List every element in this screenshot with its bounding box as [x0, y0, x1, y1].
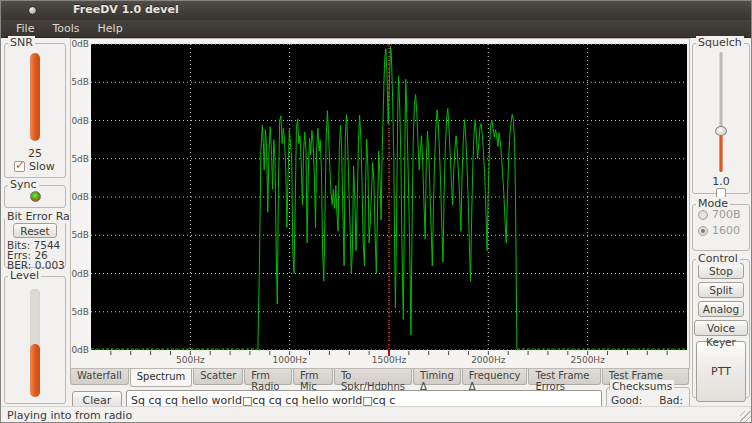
y-axis-label: -35dB	[71, 307, 89, 317]
mode-group: Mode 700B1600	[692, 204, 750, 251]
tab-timing[interactable]: Timing Δ	[413, 369, 461, 385]
radio-icon	[698, 226, 708, 236]
tab-bar: WaterfallSpectrumScatterFrm RadioFrm Mic…	[70, 369, 690, 389]
snr-label: SNR	[8, 36, 35, 49]
snr-gauge	[30, 53, 40, 141]
checkmark-icon: ✓	[15, 158, 25, 172]
mode-label: Mode	[696, 197, 730, 210]
sync-group: Sync	[4, 185, 66, 208]
slow-checkbox-label: Slow	[29, 160, 55, 173]
y-axis-label: -10dB	[71, 116, 89, 126]
x-axis-label: 1500Hz	[372, 355, 407, 365]
y-axis-label: -30dB	[71, 269, 89, 279]
x-axis-label: 2500Hz	[570, 355, 605, 365]
slow-checkbox[interactable]: ✓	[14, 161, 25, 172]
x-axis-label: 1000Hz	[272, 355, 307, 365]
squelch-slider-knob[interactable]	[715, 126, 727, 136]
y-axis-label: -15dB	[71, 154, 89, 164]
tab-frm-radio[interactable]: Frm Radio	[244, 369, 292, 385]
y-axis-label: -40dB	[71, 345, 89, 355]
voice-keyer-button[interactable]: Voice Keyer	[694, 320, 748, 336]
freedv-window: FreeDV 1.0 devel FileToolsHelp SNR 25 ✓ …	[0, 0, 752, 423]
tab-to-spkr-hdphns[interactable]: To Spkr/Hdphns	[334, 369, 412, 385]
ptt-button[interactable]: PTT	[696, 341, 746, 402]
status-bar: Playing into from radio	[1, 406, 752, 423]
checksums-label: Checksums	[610, 380, 674, 392]
menu-file[interactable]: File	[7, 21, 43, 36]
snr-group: SNR 25 ✓ Slow	[4, 43, 66, 178]
stop-button[interactable]: Stop	[698, 263, 744, 279]
snr-value: 25	[5, 147, 65, 160]
tab-test-frame-errors[interactable]: Test Frame Errors	[528, 369, 600, 385]
split-button[interactable]: Split	[698, 282, 744, 298]
tab-waterfall[interactable]: Waterfall	[70, 369, 129, 385]
x-axis-label: 500Hz	[176, 355, 205, 365]
x-axis-label: 2000Hz	[471, 355, 506, 365]
y-axis-label: -25dB	[71, 230, 89, 240]
sync-label: Sync	[8, 178, 39, 191]
squelch-label: Squelch	[696, 36, 744, 49]
menu-bar: FileToolsHelp	[1, 20, 752, 38]
level-gauge	[30, 289, 40, 397]
mode-option-1600[interactable]: 1600	[698, 224, 749, 237]
squelch-slider-fill	[720, 131, 723, 172]
analog-button[interactable]: Analog	[698, 301, 744, 317]
tab-spectrum[interactable]: Spectrum	[130, 369, 192, 387]
level-group: Level	[4, 276, 66, 404]
level-label: Level	[8, 269, 41, 282]
resize-grip[interactable]	[740, 411, 752, 423]
menu-help[interactable]: Help	[89, 21, 132, 36]
ber-group: Bit Error Rate Reset Bits: 7544 Errs: 26…	[4, 217, 66, 268]
y-axis-label: 0dB	[71, 39, 89, 49]
spectrum-panel: 0dB-5dB-10dB-15dB-20dB-25dB-30dB-35dB-40…	[70, 38, 690, 369]
y-axis-label: -20dB	[71, 192, 89, 202]
y-axis-label: -5dB	[71, 77, 89, 87]
level-gauge-fill	[30, 344, 40, 397]
reset-button[interactable]: Reset	[13, 223, 57, 238]
title-bar: FreeDV 1.0 devel	[1, 1, 752, 20]
radio-icon	[698, 210, 708, 220]
window-close-icon[interactable]	[28, 6, 37, 15]
status-text: Playing into from radio	[7, 409, 132, 422]
sync-led-icon	[30, 191, 41, 202]
control-label: Control	[696, 252, 740, 265]
spectrum-plot[interactable]: 0dB-5dB-10dB-15dB-20dB-25dB-30dB-35dB-40…	[71, 39, 689, 368]
squelch-value: 1.0	[693, 175, 749, 188]
squelch-group: Squelch 1.0	[692, 43, 750, 194]
control-group: Control StopSplitAnalogVoice Keyer PTT	[692, 259, 750, 398]
mode-option-label: 1600	[712, 224, 740, 237]
squelch-slider[interactable]	[720, 52, 723, 172]
tab-scatter[interactable]: Scatter	[193, 369, 243, 385]
menu-tools[interactable]: Tools	[43, 21, 88, 36]
tab-frequency[interactable]: Frequency Δ	[462, 369, 528, 385]
tab-frm-mic[interactable]: Frm Mic	[293, 369, 333, 385]
window-title: FreeDV 1.0 devel	[73, 3, 179, 16]
